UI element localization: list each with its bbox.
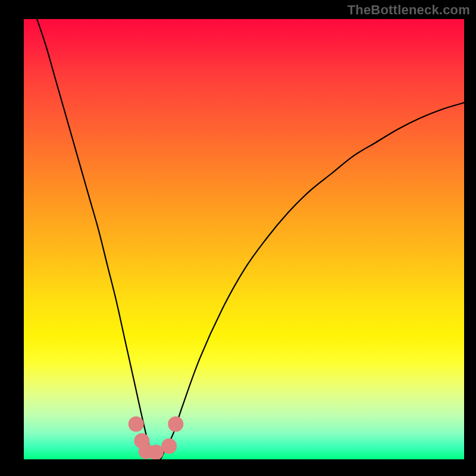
data-dot — [148, 444, 164, 459]
watermark-text: TheBottleneck.com — [347, 2, 470, 18]
curve-dots — [24, 19, 464, 459]
data-dot — [168, 416, 183, 432]
chart-frame: TheBottleneck.com — [0, 0, 476, 476]
data-dot — [161, 439, 177, 454]
data-dot — [129, 416, 144, 432]
plot-area — [24, 19, 464, 459]
